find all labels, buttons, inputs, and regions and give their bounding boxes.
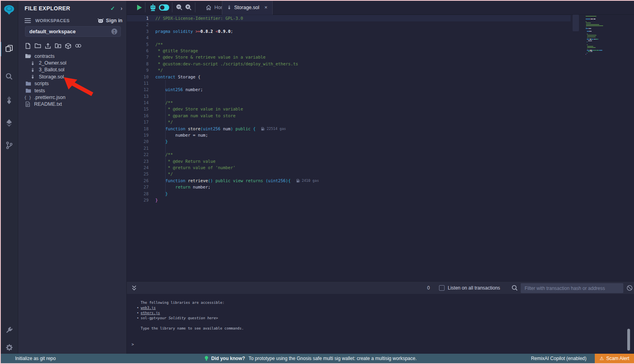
copilot-toggle[interactable] (158, 0, 170, 15)
upload-file-icon[interactable] (45, 43, 51, 50)
terminal-search-icon[interactable] (512, 285, 518, 293)
code-line-14[interactable]: 14 /** (127, 99, 571, 106)
editor-scrollbar[interactable] (573, 15, 579, 31)
ai-assistant-button[interactable] (149, 0, 157, 15)
code-line-20[interactable]: 20 } (127, 138, 571, 145)
file-explorer-panel: FILE EXPLORER ✓ › WORKSPACES Sign in def… (18, 0, 127, 354)
line-number: 9 (127, 67, 149, 73)
code-line-26[interactable]: 26 function retrieve() public view retur… (127, 177, 571, 184)
tree-item-2-owner-sol[interactable]: 2_Owner.sol (18, 59, 126, 66)
copilot-status[interactable]: RemixAI Copilot (enabled) (531, 356, 586, 361)
workspace-name: default_workspace (29, 29, 111, 34)
sidebar-item-deploy-run[interactable] (0, 116, 18, 130)
panel-expand-chevron-icon[interactable]: › (120, 5, 122, 11)
tab-close-icon[interactable]: × (264, 4, 267, 10)
code-line-29[interactable]: 29} (127, 197, 571, 203)
tree-item-readme-txt[interactable]: README.txt (18, 101, 126, 108)
code-line-1[interactable]: 1// SPDX-License-Identifier: GPL-3.0 (127, 15, 571, 21)
home-icon (206, 5, 212, 10)
terminal-collapse-button[interactable] (132, 285, 137, 292)
terminal-prompt[interactable]: > (132, 342, 134, 347)
code-line-6[interactable]: 6 * @title Storage (127, 48, 571, 54)
remix-logo[interactable] (0, 3, 18, 17)
line-number: 29 (127, 197, 149, 203)
code-line-13[interactable]: 13 (127, 93, 571, 99)
code-line-25[interactable]: 25 */ (127, 171, 571, 177)
terminal-link[interactable]: web3.js (141, 305, 156, 311)
line-number: 27 (127, 184, 149, 190)
run-script-button[interactable] (136, 0, 143, 15)
code-line-15[interactable]: 15 * @dev Store value in variable (127, 106, 571, 112)
tree-item-contracts[interactable]: contracts (18, 53, 126, 59)
terminal-link[interactable]: ethers.js (141, 311, 160, 316)
code-line-19[interactable]: 19 number = num; (127, 132, 571, 138)
zoom-in-button[interactable] (185, 0, 192, 15)
code-line-10[interactable]: 10contract Storage { (127, 74, 571, 80)
sidebar-item-plugin-manager[interactable] (0, 323, 18, 337)
code-line-22[interactable]: 22 /** (127, 151, 571, 158)
transaction-filter-input[interactable] (521, 283, 623, 293)
sign-in-button[interactable]: Sign in (97, 18, 122, 23)
solidity-file-icon (227, 5, 231, 10)
code-line-3[interactable]: 3pragma solidity >=0.8.2 <0.9.0; (127, 28, 571, 34)
sidebar-item-solidity-compiler[interactable] (0, 93, 18, 107)
line-text: return number; (155, 184, 210, 190)
code-line-7[interactable]: 7 * @dev Store & retrieve value in a var… (127, 54, 571, 60)
tree-item-3-ballot-sol[interactable]: 3_Ballot.sol (18, 67, 126, 73)
line-number: 24 (127, 164, 149, 171)
play-icon (136, 4, 143, 11)
code-line-12[interactable]: 12 uint256 number; (127, 86, 571, 93)
terminal-scrollbar[interactable] (627, 329, 630, 351)
code-line-24[interactable]: 24 * @return value of 'number' (127, 164, 571, 171)
code-line-8[interactable]: 8 * @custom:dev-run-script ./scripts/dep… (127, 61, 571, 67)
line-number: 2 (127, 21, 149, 28)
code-line-9[interactable]: 9 */ (127, 67, 571, 73)
code-line-23[interactable]: 23 * @dev Return value (127, 158, 571, 164)
line-text: /** (155, 99, 173, 106)
tip-label: Did you know? (211, 356, 245, 361)
tree-item-tests[interactable]: tests (18, 87, 126, 94)
code-line-21[interactable]: 21 (127, 145, 571, 151)
line-number: 21 (127, 145, 149, 151)
code-line-2[interactable]: 2 (127, 21, 571, 28)
code-line-4[interactable]: 4 (127, 34, 571, 41)
cube-icon[interactable] (65, 43, 71, 50)
line-number: 20 (127, 138, 149, 145)
new-file-icon[interactable] (25, 43, 31, 50)
sidebar-item-search[interactable] (0, 70, 18, 83)
code-line-11[interactable]: 11 (127, 80, 571, 86)
terminal-output[interactable]: The following libraries are accessible:•… (127, 294, 634, 354)
upload-folder-icon[interactable] (55, 43, 61, 50)
line-text: uint256 number; (155, 86, 203, 93)
tree-item--prettierrc-json[interactable]: { }.prettierrc.json (18, 94, 126, 101)
code-line-5[interactable]: 5/** (127, 41, 571, 48)
link-icon[interactable] (75, 43, 82, 50)
scam-alert-button[interactable]: ⚠ Scam Alert (595, 354, 634, 363)
init-git-repo-button[interactable]: Initialize as git repo (15, 356, 56, 361)
tree-item-storage-sol[interactable]: Storage.sol (18, 73, 126, 80)
new-folder-icon[interactable] (34, 43, 41, 50)
tree-item-scripts[interactable]: scripts (18, 80, 126, 87)
code-line-16[interactable]: 16 * @param num value to store (127, 112, 571, 119)
code-line-18[interactable]: 18 function store(uint256 num) public {2… (127, 126, 571, 132)
zoom-out-button[interactable] (176, 0, 183, 15)
minimap[interactable] (586, 16, 613, 55)
tab-storage-sol[interactable]: Storage.sol × (222, 0, 273, 15)
workspace-select[interactable]: default_workspace ▲▼ (25, 26, 121, 37)
code-line-17[interactable]: 17 */ (127, 119, 571, 125)
listen-all-transactions-checkbox[interactable] (439, 285, 445, 291)
sidebar-item-file-explorer[interactable] (0, 42, 18, 55)
sidebar-item-settings[interactable] (0, 341, 18, 354)
workspaces-menu-icon[interactable] (25, 17, 31, 24)
code-editor[interactable]: 1// SPDX-License-Identifier: GPL-3.023pr… (127, 15, 634, 281)
code-line-28[interactable]: 28 } (127, 191, 571, 197)
line-number: 22 (127, 151, 149, 158)
sidebar-item-git[interactable] (0, 139, 18, 152)
clear-console-button[interactable] (626, 285, 633, 293)
line-number: 25 (127, 171, 149, 177)
line-number: 10 (127, 74, 149, 80)
frame-border-top (0, 0, 634, 1)
git-branch-icon (5, 141, 13, 150)
double-chevron-down-icon (132, 285, 137, 291)
code-line-27[interactable]: 27 return number; (127, 184, 571, 190)
